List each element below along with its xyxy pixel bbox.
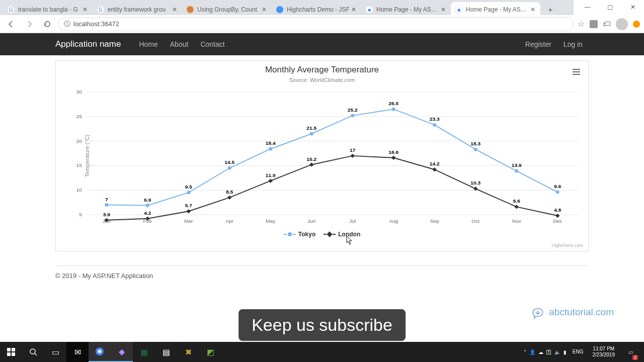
tab-close-icon[interactable]: ✕ (529, 6, 536, 13)
data-point[interactable] (433, 123, 436, 127)
star-icon[interactable]: ☆ (578, 19, 585, 29)
back-button[interactable] (4, 17, 18, 31)
nav-link[interactable]: About (164, 40, 195, 48)
people-icon[interactable]: 👤 (529, 349, 535, 355)
tab-favicon: S (186, 6, 194, 14)
legend-item[interactable]: London (324, 231, 360, 238)
data-point[interactable] (310, 132, 313, 135)
data-point[interactable] (555, 214, 560, 218)
data-point[interactable] (351, 114, 354, 117)
tab-close-icon[interactable]: ✕ (350, 6, 357, 13)
tray-up-icon[interactable]: ˄ (524, 349, 526, 355)
chart-subtitle: Source: WorldClimate.com (56, 75, 588, 83)
chart-title: Monthly Average Temperature (56, 61, 588, 75)
chart-legend: TokyoLondon (56, 229, 588, 238)
address-bar-row: ⓘ localhost:36472 ☆ 🏷 (0, 15, 644, 33)
svg-text:Jul: Jul (349, 218, 356, 224)
tab-title: Highcharts Demo - JSF (287, 6, 350, 13)
window-close-button[interactable]: ✕ (621, 0, 644, 14)
legend-item[interactable]: Tokyo (284, 231, 315, 238)
window-minimize-button[interactable]: — (576, 0, 599, 14)
nav-link[interactable]: Contact (194, 40, 230, 48)
data-point[interactable] (392, 108, 395, 111)
tab-close-icon[interactable]: ✕ (440, 6, 447, 13)
tab-favicon: J (276, 6, 284, 14)
tab-favicon: ■ (365, 6, 373, 14)
svg-rect-27 (12, 352, 15, 356)
extension-icon[interactable] (590, 20, 598, 28)
excel-icon[interactable]: ▦ (133, 342, 155, 362)
data-point[interactable] (186, 209, 191, 213)
data-point[interactable] (515, 169, 518, 173)
data-point[interactable] (432, 167, 437, 171)
page-footer: © 2019 - My ASP.NET Application (55, 265, 589, 280)
svg-text:20: 20 (76, 138, 83, 144)
battery-icon[interactable]: ▮ (564, 349, 567, 355)
series-line-tokyo[interactable] (107, 109, 558, 205)
onedrive-icon[interactable]: ☁ (538, 349, 543, 355)
svg-rect-26 (7, 352, 11, 356)
notification-badge: 2 (632, 355, 638, 360)
tab-favicon: G (97, 6, 105, 14)
notifications-button[interactable]: ▭2 (621, 342, 640, 362)
login-link[interactable]: Log in (557, 40, 589, 48)
profile-avatar[interactable] (616, 18, 628, 30)
app-navbar: Application name HomeAboutContact Regist… (0, 33, 644, 55)
tab-close-icon[interactable]: ✕ (261, 6, 268, 13)
data-point[interactable] (268, 178, 273, 183)
url-text: localhost:36472 (73, 20, 119, 28)
tab-title: Home Page - My ASP.N (376, 6, 440, 13)
data-point[interactable] (146, 204, 149, 207)
window-maximize-button[interactable]: ▢ (599, 0, 621, 14)
app-brand[interactable]: Application name (0, 39, 133, 49)
tab-close-icon[interactable]: ✕ (171, 6, 178, 13)
data-point[interactable] (187, 191, 190, 195)
forward-button[interactable] (22, 17, 36, 31)
task-view-button[interactable]: ▭ (44, 342, 66, 362)
data-point[interactable] (391, 156, 396, 160)
data-point[interactable] (269, 147, 272, 151)
chrome-app-icon[interactable] (89, 342, 111, 362)
svg-rect-24 (7, 348, 11, 351)
data-label: 11.9 (266, 172, 276, 178)
reload-button[interactable] (40, 17, 54, 31)
tag-icon[interactable]: 🏷 (603, 20, 611, 29)
volume-icon[interactable]: 🔈 (554, 349, 560, 355)
data-point[interactable] (105, 203, 108, 207)
language-indicator[interactable]: ENG (570, 349, 587, 355)
app-icon[interactable]: ◩ (199, 342, 221, 362)
data-point[interactable] (309, 162, 314, 166)
system-tray: ˄ 👤 ☁ ⚿ 🔈 ▮ ENG 11:07 PM 2/23/2019 ▭2 (524, 342, 644, 362)
windows-taskbar: ▭ ✉ ◆ ▦ ▤ ✖ ◩ ˄ 👤 ☁ ⚿ 🔈 ▮ ENG 11:07 PM 2… (0, 342, 644, 362)
chart-menu-button[interactable] (570, 66, 582, 78)
calculator-icon[interactable]: ▤ (155, 342, 177, 362)
nav-link[interactable]: Home (133, 40, 164, 48)
clock[interactable]: 11:07 PM 2/23/2019 (590, 346, 618, 358)
register-link[interactable]: Register (519, 40, 557, 48)
data-point[interactable] (556, 191, 559, 194)
svg-text:Dec: Dec (553, 218, 562, 224)
search-button[interactable] (22, 342, 44, 362)
tools-icon[interactable]: ✖ (177, 342, 199, 362)
data-label: 25.2 (348, 107, 358, 113)
data-label: 15.2 (306, 156, 316, 162)
start-button[interactable] (0, 342, 22, 362)
tab-close-icon[interactable]: ✕ (82, 6, 89, 13)
data-point[interactable] (228, 166, 231, 170)
tab-favicon: G (7, 6, 15, 14)
network-icon[interactable]: ⚿ (546, 349, 551, 355)
update-indicator-icon[interactable] (633, 21, 640, 28)
data-point[interactable] (350, 154, 355, 158)
chart-credits[interactable]: Highcharts.com (551, 243, 583, 248)
address-bar[interactable]: ⓘ localhost:36472 (58, 17, 574, 31)
data-point[interactable] (227, 196, 232, 200)
svg-text:Nov: Nov (512, 218, 521, 224)
data-point[interactable] (474, 148, 477, 151)
svg-text:Sep: Sep (430, 218, 440, 224)
data-label: 6.9 (144, 197, 151, 203)
data-point[interactable] (514, 205, 519, 209)
data-label: 16.6 (388, 149, 398, 155)
visual-studio-icon[interactable]: ◆ (111, 342, 133, 362)
mail-app-icon[interactable]: ✉ (66, 342, 89, 362)
clock-time: 11:07 PM (593, 346, 615, 352)
